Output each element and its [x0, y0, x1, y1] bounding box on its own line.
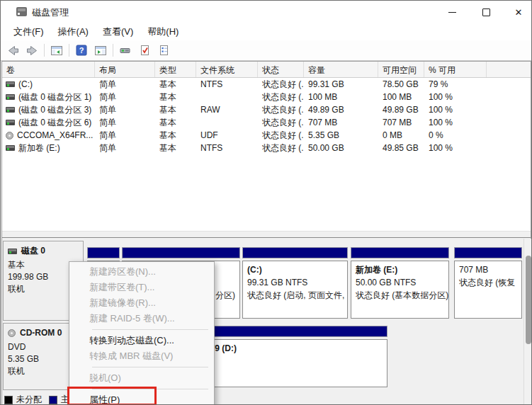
volume-pct: 100 % — [424, 92, 487, 102]
help-icon[interactable]: ? — [74, 43, 89, 57]
volume-type: 基本 — [155, 104, 196, 116]
partition-size: 707 MB — [459, 263, 521, 276]
menu-item-convert-to-dynamic[interactable]: 转换到动态磁盘(C)... — [69, 333, 214, 348]
maximize-button[interactable] — [474, 4, 498, 21]
column-header-type[interactable]: 类型 — [155, 62, 196, 77]
volume-free: 0 MB — [378, 130, 424, 140]
cd-icon — [6, 132, 13, 139]
hdd-icon — [6, 145, 15, 151]
minimize-button[interactable] — [440, 4, 464, 21]
column-header-status[interactable]: 状态 — [258, 62, 304, 77]
volume-free: 49.89 GB — [378, 105, 424, 115]
partition-c[interactable]: (C:) 99.31 GB NTFS 状态良好 (启动, 页面文件, — [242, 247, 348, 320]
console-tree-icon[interactable] — [50, 43, 64, 57]
volume-fs: RAW — [196, 105, 258, 115]
menu-action[interactable]: 操作(A) — [51, 24, 96, 40]
volume-row-part3[interactable]: (磁盘 0 磁盘分区 3) 简单 基本 RAW 状态良好 (... 49.89 … — [2, 103, 531, 116]
volume-fs: UDF — [196, 130, 258, 140]
menu-bar: 文件(F) 操作(A) 查看(V) 帮助(H) — [1, 23, 531, 40]
volume-name: (磁盘 0 磁盘分区 3) — [18, 104, 91, 116]
volume-status: 状态良好 (... — [258, 91, 304, 103]
column-header-filesystem[interactable]: 文件系统 — [196, 62, 258, 77]
partition-e[interactable]: 新加卷 (E:) 50.00 GB NTFS 状态良好 (基本数据分区) — [351, 247, 449, 320]
volume-pct: 100 % — [424, 105, 487, 115]
volume-fs: NTFS — [196, 79, 258, 89]
window-title: 磁盘管理 — [32, 6, 69, 19]
menu-help[interactable]: 帮助(H) — [140, 24, 186, 40]
volume-name: (磁盘 0 磁盘分区 1) — [18, 91, 91, 103]
hdd-icon — [6, 107, 15, 113]
volume-capacity: 49.89 GB — [304, 105, 378, 115]
checklist-icon[interactable] — [157, 43, 171, 57]
volume-row-e[interactable]: 新加卷 (E:) 简单 基本 NTFS 状态良好 (... 50.00 GB 4… — [2, 142, 531, 154]
column-header-free[interactable]: 可用空间 — [378, 62, 424, 77]
menu-separator — [92, 329, 208, 330]
volume-pct: 100 % — [424, 118, 487, 127]
menu-item-new-striped-volume[interactable]: 新建带区卷(T)... — [69, 280, 214, 295]
menu-item-new-raid5-volume[interactable]: 新建 RAID-5 卷(W)... — [69, 311, 214, 326]
partition-label: (C:) — [247, 263, 347, 276]
volume-status: 状态良好 (... — [258, 130, 304, 142]
forward-icon[interactable] — [25, 43, 39, 57]
menu-file[interactable]: 文件(F) — [6, 24, 51, 40]
scrollbar-thumb[interactable] — [526, 256, 531, 344]
pane-splitter[interactable] — [2, 231, 531, 238]
volume-type: 基本 — [155, 117, 196, 129]
volume-layout: 简单 — [95, 79, 155, 91]
menu-item-offline[interactable]: 脱机(O) — [69, 370, 214, 386]
action-pane-icon[interactable] — [94, 43, 108, 57]
toolbar-separator — [113, 44, 113, 57]
menu-item-new-spanned-volume[interactable]: 新建跨区卷(N)... — [69, 264, 214, 280]
menu-item-convert-to-mbr[interactable]: 转换成 MBR 磁盘(V) — [69, 348, 214, 364]
menu-separator — [92, 367, 208, 367]
partition-status: 状态良好 (基本数据分区) — [356, 289, 448, 302]
toolbar-separator — [69, 44, 69, 57]
volume-type: 基本 — [155, 130, 196, 142]
primary-partition-swatch — [49, 396, 57, 404]
volume-capacity: 100 MB — [304, 92, 378, 102]
devices-icon[interactable] — [118, 43, 132, 57]
menu-view[interactable]: 查看(V) — [96, 24, 140, 40]
volume-row-c[interactable]: (C:) 简单 基本 NTFS 状态良好 (... 99.31 GB 78.50… — [2, 78, 531, 91]
volume-row-part1[interactable]: (磁盘 0 磁盘分区 1) 简单 基本 状态良好 (... 100 MB 100… — [2, 91, 531, 103]
volume-type: 基本 — [155, 142, 196, 154]
vertical-scrollbar[interactable] — [523, 239, 532, 405]
partition-strip — [454, 247, 522, 258]
hdd-icon — [6, 120, 15, 125]
menu-item-new-mirrored-volume[interactable]: 新建镜像卷(R)... — [69, 295, 214, 311]
close-button[interactable]: ✕ — [506, 4, 531, 21]
volume-name: (C:) — [18, 79, 33, 89]
partition-strip — [351, 247, 449, 258]
partition-recovery[interactable]: 707 MB 状态良好 (恢复 — [454, 247, 522, 320]
disk-management-window: 磁盘管理 ✕ 文件(F) 操作(A) 查看(V) 帮助(H) — [0, 0, 532, 405]
volume-type: 基本 — [155, 91, 196, 103]
volume-free: 78.50 GB — [378, 79, 424, 89]
svg-text:?: ? — [79, 46, 84, 55]
volume-capacity: 99.31 GB — [304, 79, 378, 89]
cd-icon — [8, 329, 16, 337]
partition-strip — [242, 247, 348, 258]
toolbar: ? — [1, 40, 531, 61]
volume-capacity: 707 MB — [304, 118, 378, 127]
volume-row-part6[interactable]: (磁盘 0 磁盘分区 6) 简单 基本 状态良好 (... 707 MB 707… — [2, 116, 531, 129]
volume-status: 状态良好 (... — [258, 79, 304, 91]
column-header-pct-free[interactable]: % 可用 — [424, 62, 487, 77]
volume-capacity: 50.00 GB — [304, 143, 378, 153]
back-icon[interactable] — [6, 43, 20, 57]
volume-fs: NTFS — [196, 143, 258, 153]
volume-layout: 简单 — [95, 130, 155, 142]
volume-free: 100 MB — [378, 92, 424, 102]
cdrom-name: CD-ROM 0 — [20, 327, 62, 339]
volume-pct: 100 % — [424, 143, 487, 153]
disk0-name: 磁盘 0 — [21, 245, 45, 257]
volume-capacity: 5.35 GB — [304, 130, 378, 140]
column-header-volume[interactable]: 卷 — [2, 62, 95, 77]
volume-free: 49.85 GB — [378, 143, 424, 153]
legend-unallocated: 未分配 — [4, 394, 42, 405]
volume-free: 707 MB — [378, 118, 424, 127]
column-header-layout[interactable]: 布局 — [95, 62, 155, 77]
hdd-icon — [8, 249, 17, 254]
volume-row-cccoma[interactable]: CCCOMA_X64FR... 简单 基本 UDF 状态良好 (... 5.35… — [2, 129, 531, 142]
check-document-icon[interactable] — [137, 43, 152, 57]
column-header-capacity[interactable]: 容量 — [304, 62, 378, 77]
